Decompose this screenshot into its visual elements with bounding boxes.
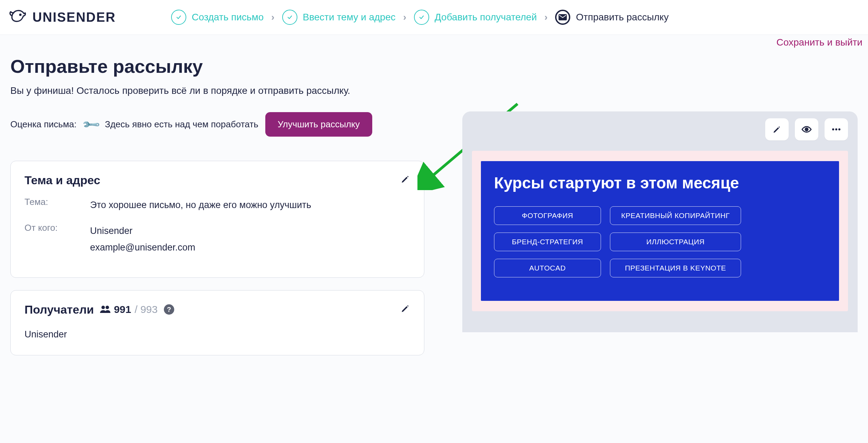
step-add-recipients[interactable]: Добавить получателей [414, 10, 537, 25]
envelope-icon [555, 10, 570, 25]
step-label: Отправить рассылку [576, 12, 669, 23]
preview-email-button[interactable] [795, 118, 818, 140]
email-hero-title: Курсы стартуют в этом месяце [494, 174, 826, 193]
course-pill: БРЕНД-СТРАТЕГИЯ [494, 233, 601, 251]
recipients-list-name: Unisender [24, 326, 410, 343]
svg-point-0 [20, 14, 21, 16]
wrench-icon: 🔧 [81, 115, 101, 135]
from-name: Unisender [90, 223, 195, 239]
logo-text: UNISENDER [32, 10, 116, 25]
course-pill: КРЕАТИВНЫЙ КОПИРАЙТИНГ [610, 206, 741, 225]
rating-text: Здесь явно есть над чем поработать [105, 119, 258, 130]
course-pill: AUTOCAD [494, 259, 601, 277]
rating-label: Оценка письма: [10, 119, 77, 130]
chevron-right-icon: › [544, 12, 548, 23]
main-content: Сохранить и выйти Отправьте рассылку Вы … [0, 35, 868, 368]
recipients-count: 991 / 993 ? [100, 304, 174, 315]
course-pill: ПРЕЗЕНТАЦИЯ В KEYNOTE [610, 259, 741, 277]
subject-label: Тема: [24, 197, 76, 207]
from-label: От кого: [24, 223, 76, 233]
logo[interactable]: UNISENDER [8, 7, 116, 28]
rating-row: Оценка письма: 🔧 Здесь явно есть над чем… [10, 112, 424, 137]
preview-toolbar [472, 118, 848, 140]
card-title: Получатели 991 / 993 ? [24, 303, 174, 316]
page-subtitle: Вы у финиша! Осталось проверить всё ли в… [10, 85, 424, 96]
step-send-campaign[interactable]: Отправить рассылку [555, 10, 669, 25]
svg-point-2 [101, 306, 105, 309]
check-icon [171, 10, 186, 25]
more-options-button[interactable] [825, 118, 848, 140]
help-icon[interactable]: ? [164, 304, 174, 315]
header: UNISENDER Создать письмо › Ввести тему и… [0, 0, 868, 35]
chevron-right-icon: › [403, 12, 406, 23]
svg-point-3 [106, 306, 109, 309]
email-preview-panel: Курсы стартуют в этом месяце ФОТОГРАФИЯ … [462, 111, 858, 332]
improve-campaign-button[interactable]: Улучшить рассылку [265, 112, 372, 137]
logo-dog-icon [8, 7, 28, 28]
left-column: Отправьте рассылку Вы у финиша! Осталось… [10, 56, 424, 368]
svg-point-7 [835, 128, 837, 130]
svg-point-5 [805, 128, 808, 131]
email-frame: Курсы стартуют в этом месяце ФОТОГРАФИЯ … [472, 151, 848, 311]
recipients-active: 991 [114, 304, 131, 315]
from-value: Unisender example@unisender.com [90, 223, 195, 256]
save-and-exit-link[interactable]: Сохранить и выйти [777, 37, 862, 48]
people-icon [100, 304, 110, 315]
step-label: Ввести тему и адрес [303, 12, 396, 23]
edit-email-button[interactable] [765, 118, 789, 140]
check-icon [414, 10, 429, 25]
svg-point-6 [832, 128, 834, 130]
course-pill: ИЛЛЮСТРАЦИЯ [610, 233, 741, 251]
chevron-right-icon: › [271, 12, 274, 23]
recipients-title: Получатели [24, 303, 94, 316]
course-pill: ФОТОГРАФИЯ [494, 206, 601, 225]
card-recipients: Получатели 991 / 993 ? [10, 290, 424, 356]
stepper: Создать письмо › Ввести тему и адрес › Д… [171, 10, 669, 25]
email-hero: Курсы стартуют в этом месяце ФОТОГРАФИЯ … [481, 161, 839, 301]
subject-value: Это хорошее письмо, но даже его можно ул… [90, 197, 311, 214]
page-title: Отправьте рассылку [10, 56, 424, 77]
edit-icon[interactable] [401, 174, 410, 186]
step-label: Создать письмо [192, 12, 264, 23]
recipients-total: 993 [140, 304, 158, 315]
check-icon [282, 10, 297, 25]
right-column: Курсы стартуют в этом месяце ФОТОГРАФИЯ … [462, 56, 858, 368]
step-subject-address[interactable]: Ввести тему и адрес [282, 10, 396, 25]
step-label: Добавить получателей [435, 12, 537, 23]
card-title: Тема и адрес [24, 174, 100, 187]
from-email: example@unisender.com [90, 239, 195, 256]
step-create-letter[interactable]: Создать письмо [171, 10, 264, 25]
svg-point-8 [838, 128, 840, 130]
card-subject-address: Тема и адрес Тема: Это хорошее письмо, н… [10, 161, 424, 278]
edit-icon[interactable] [401, 304, 410, 316]
